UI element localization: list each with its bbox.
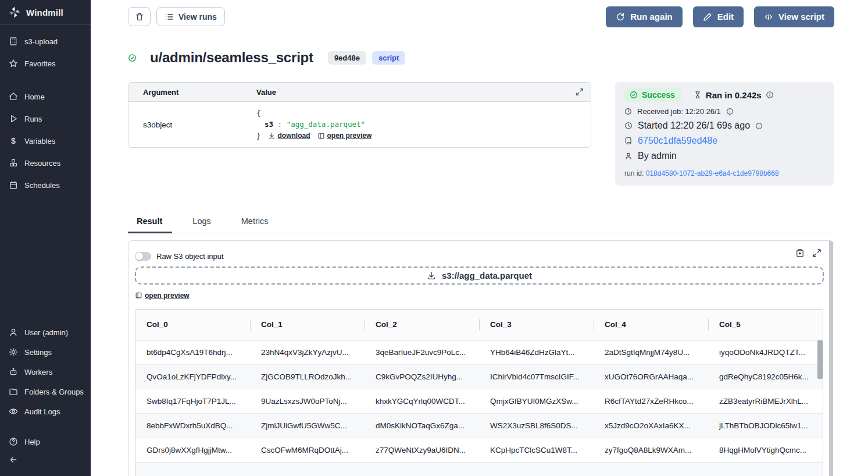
run-duration: Ran in 0.242s bbox=[694, 90, 774, 100]
raw-s3-toggle-row: Raw S3 object input bbox=[135, 252, 834, 261]
refresh-icon bbox=[616, 12, 625, 22]
column-header[interactable]: Col_0 bbox=[135, 310, 250, 340]
author-line: By admin bbox=[624, 151, 825, 161]
table-cell: 8HqgHMolVYtighQcmc... bbox=[708, 438, 823, 462]
sidebar-item-help[interactable]: Help bbox=[0, 432, 91, 452]
table-cell: ZjGCOB9TLLROdzoJkh... bbox=[250, 364, 365, 389]
clock-icon bbox=[624, 122, 633, 130]
job-hash-line: 6750c1dfa59ed48e bbox=[624, 136, 825, 146]
expand-result-icon[interactable] bbox=[812, 248, 821, 258]
sidebar-item-audit-logs[interactable]: Audit Logs bbox=[0, 402, 91, 421]
tab-result[interactable]: Result bbox=[128, 216, 172, 233]
table-cell: IChirVbid4c07TmscIGIF... bbox=[479, 364, 594, 389]
table-cell: ZjmlJUiGwfU5GWw5C... bbox=[250, 413, 365, 438]
panel-vertical-scrollbar[interactable] bbox=[829, 241, 833, 476]
sidebar-item-workspace[interactable]: s3-upload bbox=[0, 30, 91, 52]
table-vertical-scrollbar[interactable] bbox=[817, 340, 823, 379]
collapse-sidebar-icon[interactable] bbox=[9, 455, 18, 464]
main-nav-group: Home Runs $ Variables Resources Schedule… bbox=[0, 80, 91, 201]
arguments-table-header: Argument Value bbox=[128, 83, 591, 102]
sidebar-item-label: Audit Logs bbox=[24, 407, 60, 416]
table-cell: QmjxGfBYUI0MGzXSw... bbox=[479, 389, 594, 413]
sidebar-item-settings[interactable]: Settings bbox=[0, 342, 91, 362]
scroll-icon bbox=[624, 137, 633, 145]
table-cell: dM0sKikNOTaqGx6Zga... bbox=[365, 413, 479, 438]
column-header[interactable]: Col_5 bbox=[708, 310, 823, 340]
success-badge: Success bbox=[624, 88, 681, 102]
info-icon[interactable] bbox=[766, 91, 774, 99]
sidebar-item-resources[interactable]: Resources bbox=[0, 152, 91, 174]
sidebar-item-label: Variables bbox=[24, 137, 55, 145]
column-header[interactable]: Col_3 bbox=[479, 310, 594, 340]
argument-row: s3object { s3 : "agg_data.parquet" } bbox=[128, 102, 591, 147]
star-icon bbox=[9, 59, 18, 68]
json-key: s3 bbox=[265, 120, 273, 129]
view-runs-label: View runs bbox=[178, 12, 217, 22]
sidebar-item-runs[interactable]: Runs bbox=[0, 108, 91, 130]
sidebar-item-schedules[interactable]: Schedules bbox=[0, 174, 91, 196]
result-tabs: Result Logs Metrics bbox=[128, 216, 834, 233]
table-row: bt6dp4CgXsA19T6hdrj... 23hN4qxV3jZkYyAzj… bbox=[135, 340, 823, 364]
s3-file-download-zone[interactable]: s3://agg_data.parquet bbox=[135, 267, 824, 285]
edit-label: Edit bbox=[717, 12, 734, 22]
run-id-link[interactable]: 018d4580-1072-ab29-e6a4-c1de9798b668 bbox=[646, 169, 779, 177]
script-type-badge: script bbox=[372, 51, 405, 65]
sidebar-item-variables[interactable]: $ Variables bbox=[0, 130, 91, 152]
job-hash-link[interactable]: 6750c1dfa59ed48e bbox=[638, 136, 717, 146]
table-cell: CscOFwM6MRqDOttAj... bbox=[250, 438, 365, 462]
info-icon[interactable] bbox=[755, 122, 763, 130]
edit-button[interactable]: Edit bbox=[693, 6, 744, 27]
table-row: QvOa1oLzKFjYDFPdlxy... ZjGCOB9TLLROdzoJk… bbox=[135, 364, 823, 389]
sidebar-item-label: Help bbox=[24, 438, 40, 446]
copy-result-icon[interactable] bbox=[795, 248, 805, 258]
expand-icon[interactable] bbox=[576, 88, 584, 96]
argument-value-json: { s3 : "agg_data.parquet" } bbox=[256, 102, 591, 147]
run-status-panel: Success Ran in 0.242s bbox=[615, 82, 834, 186]
table-row: 8ebbFxWDxrh5uXdBQ... ZjmlJUiGwfU5GWw5C..… bbox=[135, 413, 823, 438]
table-cell: Swb8Iq17FqHjoT7P1JL... bbox=[135, 389, 250, 413]
list-icon bbox=[165, 12, 174, 22]
column-header[interactable]: Col_4 bbox=[594, 310, 708, 340]
sidebar-item-label: Folders & Groups bbox=[24, 388, 84, 396]
table-cell: z77QWeNtXzy9aU6IDN... bbox=[365, 438, 479, 462]
table-cell: QvOa1oLzKFjYDFPdlxy... bbox=[135, 364, 250, 389]
table-cell: 9UazLsxzsJW0oPToNj... bbox=[250, 389, 365, 413]
received-job-line: Received job: 12:20 26/1 bbox=[624, 107, 825, 116]
open-preview-link[interactable]: open preview bbox=[317, 130, 372, 141]
sidebar-item-user[interactable]: User (admin) bbox=[0, 322, 91, 342]
user-icon bbox=[624, 152, 633, 160]
sidebar-item-workers[interactable]: Workers bbox=[0, 362, 91, 382]
run-again-button[interactable]: Run again bbox=[606, 6, 683, 27]
building-icon bbox=[9, 37, 18, 46]
check-circle-icon bbox=[128, 54, 137, 62]
sidebar-item-label: Schedules bbox=[24, 181, 60, 190]
tab-metrics[interactable]: Metrics bbox=[233, 216, 278, 233]
sidebar-item-home[interactable]: Home bbox=[0, 86, 91, 108]
robot-icon bbox=[9, 367, 18, 376]
argument-name: s3object bbox=[128, 120, 256, 129]
tab-logs[interactable]: Logs bbox=[184, 216, 220, 233]
workspace-group: s3-upload Favorites bbox=[0, 25, 91, 80]
view-script-button[interactable]: View script bbox=[754, 6, 834, 27]
arguments-table: Argument Value s3object { s3 : "agg_data… bbox=[128, 82, 591, 148]
success-check-icon bbox=[630, 91, 638, 99]
column-header[interactable]: Col_2 bbox=[365, 310, 479, 340]
column-header[interactable]: Col_1 bbox=[250, 310, 365, 340]
raw-s3-toggle[interactable] bbox=[135, 252, 151, 261]
view-runs-button[interactable]: View runs bbox=[156, 7, 225, 26]
download-icon bbox=[427, 271, 436, 280]
info-icon[interactable] bbox=[726, 108, 734, 115]
delete-button[interactable] bbox=[128, 7, 151, 26]
open-preview-link[interactable]: open preview bbox=[135, 292, 190, 300]
json-colon: : bbox=[278, 120, 283, 129]
sidebar-item-label: Settings bbox=[24, 348, 52, 357]
sidebar-item-favorites[interactable]: Favorites bbox=[0, 52, 91, 74]
brand[interactable]: Windmill bbox=[0, 0, 91, 24]
sidebar-item-folders-groups[interactable]: Folders & Groups bbox=[0, 382, 91, 402]
toolbar: View runs Run again Edit bbox=[128, 7, 834, 26]
folder-icon bbox=[9, 387, 18, 396]
view-script-label: View script bbox=[778, 12, 824, 22]
table-cell: YHb64iB46ZdHzGlaYt... bbox=[479, 340, 594, 364]
download-link[interactable]: download bbox=[268, 130, 310, 141]
table-cell: 23hN4qxV3jZkYyAzjvU... bbox=[250, 340, 365, 364]
